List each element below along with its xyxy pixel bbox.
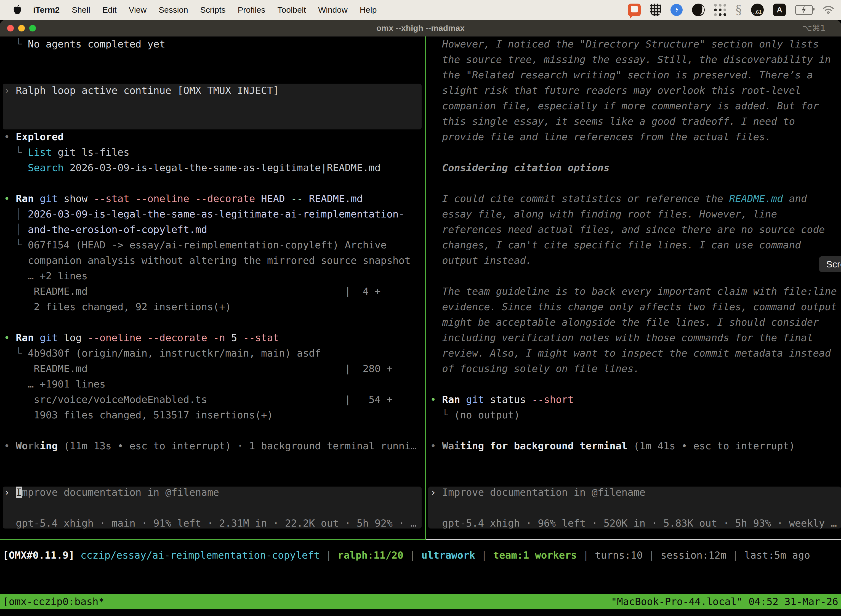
inactive-pane-border <box>426 539 841 540</box>
messages-badge-icon[interactable] <box>671 4 683 16</box>
menu-item-edit[interactable]: Edit <box>103 5 117 15</box>
text-segment: … +2 lines <box>4 270 88 282</box>
menu-item-shell[interactable]: Shell <box>72 5 90 15</box>
terminal-line: changes, I can't cite specific file line… <box>430 238 841 253</box>
text-segment <box>75 550 81 561</box>
terminal-line: • Ran git log --oneline --decorate -n 5 … <box>4 330 425 346</box>
text-segment: README.md | 280 + <box>4 363 393 374</box>
input-source-icon[interactable]: A <box>773 4 786 16</box>
text-segment: status <box>484 394 532 405</box>
terminal-line: └ 067f154 (HEAD -> essay/ai-reimplementa… <box>4 238 425 253</box>
text-segment: Explored <box>16 131 63 142</box>
text-segment: git <box>40 332 58 343</box>
text-segment: (1m 41s • esc to interrupt) <box>627 440 795 452</box>
terminal-line: src/voice/voiceModeEnabled.ts | 54 + <box>4 392 425 407</box>
terminal-line <box>4 176 425 191</box>
terminal-pane-right[interactable]: However, I noticed the "Directory Struct… <box>426 37 841 539</box>
menu-item-profiles[interactable]: Profiles <box>237 5 265 15</box>
pie-icon[interactable] <box>692 4 705 16</box>
text-segment: • <box>430 394 442 405</box>
screen-tooltip: Scre <box>819 256 841 272</box>
text-segment: │ <box>4 224 28 235</box>
wifi-icon[interactable] <box>822 5 834 15</box>
text-segment: Ralph loop active continue [OMX_TMUX_INJ… <box>16 85 279 96</box>
text-segment: ing <box>40 440 58 452</box>
text-segment: provide file and line references from th… <box>430 131 771 142</box>
text-segment: review. Also, I might want to inspect th… <box>430 348 831 359</box>
text-segment: changes, I can't cite specific file line… <box>430 239 801 251</box>
terminal-line: However, I noticed the "Directory Struct… <box>430 37 841 52</box>
tmux-session-label[interactable]: [omx-cczip0:bash* <box>3 594 104 609</box>
text-segment: mprove documentation in @filename <box>22 487 219 498</box>
macos-menu-bar: iTerm2ShellEditViewSessionScriptsProfile… <box>0 0 841 20</box>
terminal-pane-left[interactable]: └ No agents completed yet› Ralph loop ac… <box>0 37 425 539</box>
text-segment: slight risk that future readers may over… <box>430 85 801 96</box>
menu-item-scripts[interactable]: Scripts <box>200 5 226 15</box>
text-segment: | <box>403 550 421 561</box>
window-title-bar[interactable]: omx --xhigh --madmax ⌥⌘1 <box>0 20 841 37</box>
text-segment: and <box>783 193 807 204</box>
menu-item-session[interactable]: Session <box>159 5 188 15</box>
terminal-line <box>430 145 841 160</box>
terminal-line: provide file and line references from th… <box>430 129 841 145</box>
screenshare-icon[interactable] <box>628 4 641 16</box>
text-segment: └ <box>4 147 28 158</box>
terminal-line: 1903 files changed, 513517 insertions(+) <box>4 407 425 423</box>
terminal-line <box>430 268 841 284</box>
terminal-line <box>4 52 425 67</box>
terminal-line: └ No agents completed yet <box>4 37 425 52</box>
text-segment: › <box>4 85 16 96</box>
terminal-line <box>4 114 425 129</box>
count-badge-icon[interactable]: ..61 <box>751 4 764 16</box>
text-segment: session:12m <box>661 550 726 561</box>
apple-menu-icon[interactable] <box>13 4 22 15</box>
battery-cap <box>813 8 815 10</box>
terminal-output-left: └ No agents completed yet› Ralph loop ac… <box>4 37 425 531</box>
text-segment: ralph:11/20 <box>338 550 403 561</box>
terminal-line: I could cite commit statistics or refere… <box>430 191 841 207</box>
text-segment <box>4 162 28 173</box>
shield-icon[interactable] <box>650 4 661 16</box>
text-segment: team:1 workers <box>493 550 577 561</box>
dots-grid-icon[interactable] <box>714 4 726 16</box>
menu-status-icons: § ..61 A <box>628 4 841 16</box>
text-segment: evidence. Since this change only affects… <box>430 301 837 312</box>
menu-item-view[interactable]: View <box>129 5 147 15</box>
text-segment: git ls-files <box>51 147 129 158</box>
text-segment: companion analysis without altering the … <box>4 255 410 266</box>
terminal-line: gpt-5.4 xhigh · 96% left · 520K in · 5.8… <box>430 516 841 531</box>
terminal-line: • Waiting for background terminal (1m 41… <box>430 438 841 454</box>
text-segment: including verification notes with those … <box>430 332 813 343</box>
text-segment: Wo <box>16 440 28 452</box>
menu-item-toolbelt[interactable]: Toolbelt <box>278 5 306 15</box>
text-segment: Ran <box>442 394 460 405</box>
terminal-line: review. Also, I might want to inspect th… <box>430 346 841 361</box>
tmux-host-clock: "MacBook-Pro-44.local" 04:52 31-Mar-26 <box>611 594 838 609</box>
text-segment: Wai <box>442 440 460 452</box>
terminal-line: │ 2026-03-09-is-legal-the-same-as-legiti… <box>4 207 425 222</box>
text-segment: › <box>4 487 16 498</box>
text-segment: gpt-5.4 xhigh · main · 91% left · 2.31M … <box>4 518 417 529</box>
pane-divider[interactable] <box>425 37 426 539</box>
terminal-line: essay file, along with finding root file… <box>430 207 841 222</box>
text-segment: I could cite commit statistics or refere… <box>430 193 729 204</box>
squiggle-icon[interactable]: § <box>736 4 742 16</box>
menu-item-help[interactable]: Help <box>360 5 377 15</box>
text-segment: cczip/essay/ai-reimplementation-copyleft <box>81 550 320 561</box>
text-segment: references need actual files, and since … <box>430 224 825 235</box>
menu-item-window[interactable]: Window <box>318 5 348 15</box>
menu-item-iterm2[interactable]: iTerm2 <box>33 5 60 15</box>
terminal-line: references need actual files, and since … <box>430 222 841 238</box>
battery-icon[interactable] <box>795 5 813 15</box>
terminal-line: might be acceptable alongside the file l… <box>430 315 841 330</box>
text-segment <box>34 332 40 343</box>
terminal-line: of focusing solely on file lines. <box>430 361 841 377</box>
text-segment: │ <box>4 208 28 220</box>
terminal-line: • Explored <box>4 129 425 145</box>
active-pane-border <box>0 539 426 540</box>
text-segment: • <box>4 440 16 452</box>
terminal-line: › Ralph loop active continue [OMX_TMUX_I… <box>4 83 425 98</box>
text-segment: Considering citation options <box>430 162 610 173</box>
text-segment: └ <box>4 38 28 50</box>
text-segment: this single essay, it seems like a good … <box>430 116 795 127</box>
